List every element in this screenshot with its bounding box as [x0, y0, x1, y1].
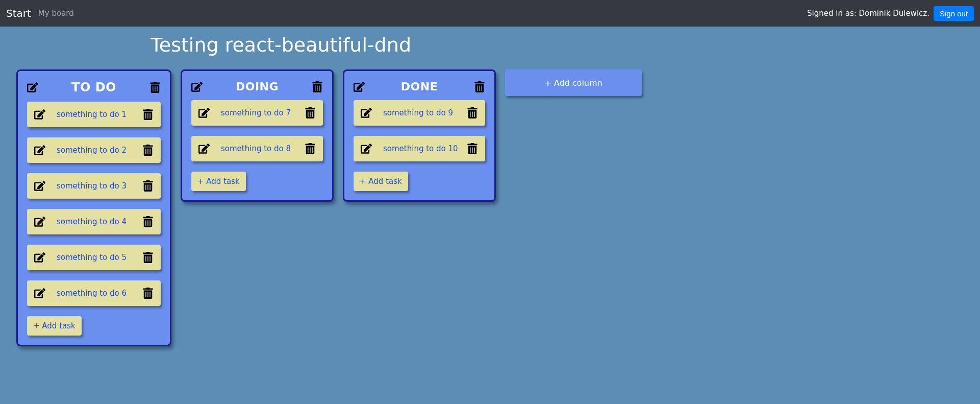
delete-column-icon[interactable]	[312, 81, 323, 92]
board: TO DO something to do 1 something to do …	[0, 60, 980, 346]
add-task-button[interactable]: + Add task	[354, 172, 408, 191]
nav-brand[interactable]: Start	[6, 7, 31, 19]
task-text: something to do 9	[372, 108, 467, 117]
edit-column-icon[interactable]	[191, 81, 203, 92]
task-card[interactable]: something to do 2	[27, 137, 161, 163]
task-text: something to do 3	[45, 181, 142, 191]
edit-task-icon[interactable]	[34, 288, 45, 299]
task-text: something to do 5	[45, 253, 142, 262]
task-card[interactable]: something to do 10	[354, 136, 485, 161]
task-text: something to do 1	[45, 110, 142, 119]
delete-task-icon[interactable]	[467, 107, 478, 118]
edit-task-icon[interactable]	[34, 216, 45, 227]
sign-out-button[interactable]: Sign out	[934, 6, 974, 21]
delete-task-icon[interactable]	[142, 216, 154, 227]
task-text: something to do 6	[45, 289, 142, 298]
add-task-button[interactable]: + Add task	[27, 316, 82, 336]
delete-task-icon[interactable]	[142, 288, 154, 299]
task-text: something to do 4	[45, 217, 142, 226]
delete-column-icon[interactable]	[149, 82, 161, 93]
edit-task-icon[interactable]	[34, 145, 45, 156]
edit-task-icon[interactable]	[198, 143, 210, 154]
task-card[interactable]: something to do 9	[354, 100, 485, 126]
task-card[interactable]: something to do 7	[191, 100, 323, 126]
task-text: something to do 10	[372, 144, 467, 153]
column-todo[interactable]: TO DO something to do 1 something to do …	[16, 69, 171, 346]
delete-task-icon[interactable]	[305, 107, 316, 118]
task-text: something to do 7	[210, 108, 305, 117]
edit-task-icon[interactable]	[361, 107, 372, 118]
task-text: something to do 8	[210, 144, 305, 153]
edit-column-icon[interactable]	[27, 82, 38, 93]
delete-task-icon[interactable]	[142, 145, 154, 156]
task-card[interactable]: something to do 3	[27, 173, 161, 199]
task-card[interactable]: something to do 5	[27, 245, 161, 270]
add-column-button[interactable]: + Add column	[505, 69, 642, 96]
column-done[interactable]: DONE something to do 9 something to do 1…	[343, 69, 496, 202]
delete-task-icon[interactable]	[305, 143, 316, 154]
column-title: DOING	[203, 80, 312, 93]
edit-task-icon[interactable]	[34, 180, 45, 192]
add-task-button[interactable]: + Add task	[191, 172, 246, 191]
column-title: DONE	[365, 80, 474, 93]
delete-column-icon[interactable]	[474, 81, 485, 92]
task-card[interactable]: something to do 8	[191, 136, 323, 161]
nav-my-board-link[interactable]: My board	[38, 9, 74, 18]
edit-task-icon[interactable]	[34, 109, 45, 120]
navbar: Start My board Signed in as: Dominik Dul…	[0, 0, 980, 27]
edit-task-icon[interactable]	[34, 252, 45, 263]
edit-column-icon[interactable]	[354, 81, 365, 92]
signed-in-text: Signed in as: Dominik Dulewicz.	[807, 9, 929, 18]
delete-task-icon[interactable]	[142, 252, 154, 263]
column-doing[interactable]: DOING something to do 7 something to do …	[181, 69, 334, 202]
column-title: TO DO	[38, 80, 149, 94]
edit-task-icon[interactable]	[198, 107, 210, 118]
edit-task-icon[interactable]	[361, 143, 372, 154]
delete-task-icon[interactable]	[142, 109, 154, 120]
task-card[interactable]: something to do 4	[27, 209, 161, 234]
delete-task-icon[interactable]	[142, 180, 154, 192]
delete-task-icon[interactable]	[467, 143, 478, 154]
task-card[interactable]: something to do 6	[27, 280, 161, 306]
task-text: something to do 2	[45, 146, 142, 155]
task-card[interactable]: something to do 1	[27, 102, 161, 127]
page-title: Testing react-beautiful-dnd	[150, 27, 980, 60]
